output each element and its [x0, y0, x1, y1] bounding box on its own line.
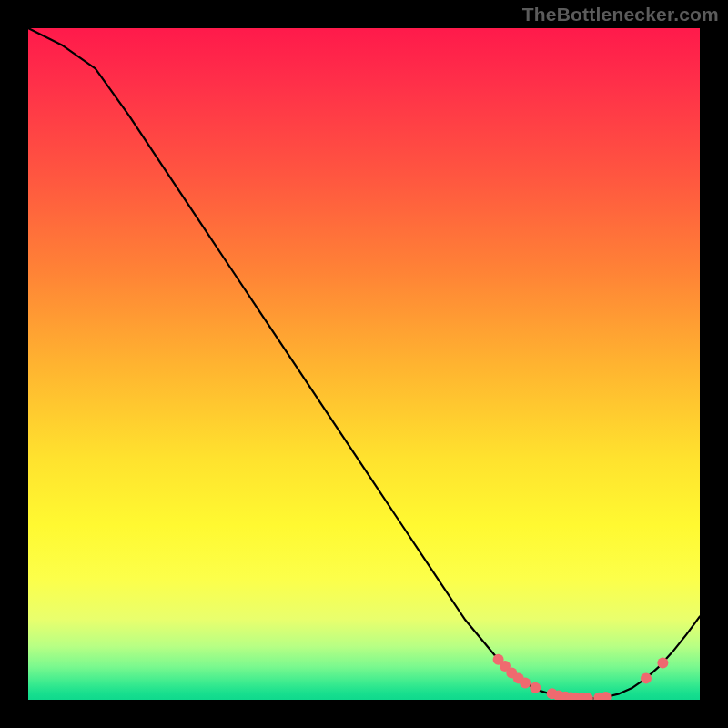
- highlight-dots: [493, 654, 669, 700]
- chart-frame: TheBottlenecker.com: [0, 0, 728, 728]
- attribution-text: TheBottlenecker.com: [522, 4, 719, 25]
- highlight-dot: [657, 657, 668, 668]
- highlight-dot: [520, 678, 531, 689]
- curve-layer: [28, 28, 700, 700]
- highlight-dot: [601, 692, 612, 700]
- highlight-dot: [641, 672, 652, 683]
- plot-area: [28, 28, 700, 700]
- bottleneck-curve: [28, 28, 700, 699]
- highlight-dot: [530, 682, 541, 693]
